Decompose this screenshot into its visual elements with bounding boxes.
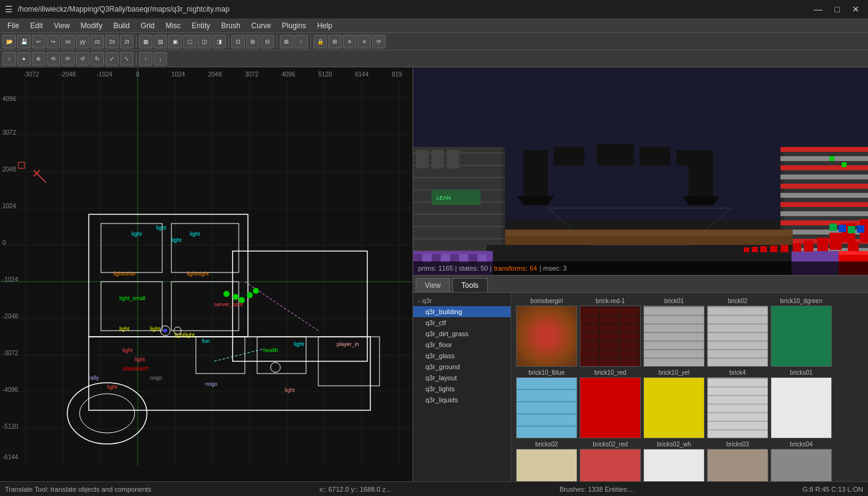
svg-rect-110 [447, 150, 459, 168]
toolbar-button-t7[interactable]: ⊡ [231, 35, 245, 48]
view-tab[interactable]: View [416, 278, 450, 292]
texture-item-brick10_red[interactable]: brick10_red [580, 369, 641, 438]
maximize-button[interactable]: □ [831, 3, 844, 15]
menu-item-grid[interactable]: Grid [136, 20, 160, 31]
toolbar-button-open[interactable]: 📂 [2, 35, 16, 48]
toolbar-button-2s[interactable]: 2s [105, 35, 119, 48]
texture-tree-item-q3r_floor[interactable]: q3r_floor [413, 339, 511, 350]
toolbar-button-r3[interactable]: ⊛ [32, 52, 45, 66]
texture-tree: - q3rq3r_buildingq3r_ctfq3r_dirt_grassq3… [413, 293, 511, 481]
texture-item-bricks04[interactable]: bricks04 [771, 441, 832, 481]
menu-item-curve[interactable]: Curve [247, 20, 276, 31]
menu-item-help[interactable]: Help [312, 20, 337, 31]
toolbar-button-t2[interactable]: ▤ [154, 35, 167, 48]
menu-item-edit[interactable]: Edit [25, 20, 48, 31]
toolbar-button-td[interactable]: ⊞ [328, 35, 342, 48]
toolbar-button-undo[interactable]: ↩ [32, 35, 45, 48]
svg-rect-117 [780, 184, 868, 189]
svg-text:4096: 4096 [282, 71, 296, 78]
menu-item-plugins[interactable]: Plugins [277, 20, 311, 31]
texture-item-bricks01[interactable]: bricks01 [771, 369, 832, 438]
toolbar-button-te[interactable]: ≡ [343, 35, 356, 48]
texture-tree-item-q3r_ground[interactable]: q3r_ground [413, 361, 511, 372]
toolbar-button-tg[interactable]: ⟳ [372, 35, 386, 48]
texture-tree-item-q3r_glass[interactable]: q3r_glass [413, 350, 511, 361]
svg-text:-6144: -6144 [2, 454, 18, 460]
toolbar-button-t6[interactable]: ◨ [212, 35, 226, 48]
toolbar-button-r9[interactable]: ⤡ [120, 52, 133, 66]
toolbar-row-2: ○●⊛⟲⟳↺↻⤢⤡↑↓ [0, 50, 868, 67]
minimize-button[interactable]: — [810, 3, 826, 15]
texture-item-bricks03[interactable]: bricks03 [707, 441, 768, 481]
toolbar-button-r7[interactable]: ↻ [91, 52, 104, 66]
toolbar-button-t4[interactable]: ▢ [183, 35, 196, 48]
texture-item-bricks02_red[interactable]: bricks02_red [580, 441, 641, 481]
svg-point-87 [163, 329, 167, 333]
svg-rect-166 [839, 225, 846, 232]
texture-item-bricks02[interactable]: bricks02 [516, 441, 577, 481]
toolbar-button-t9[interactable]: ⊟ [261, 35, 274, 48]
texture-item-brick10_yel[interactable]: brick10_yel [643, 369, 705, 438]
toolbar-button-redo[interactable]: ↪ [47, 35, 60, 48]
svg-rect-115 [780, 165, 868, 170]
toolbar-button-t5[interactable]: ◫ [198, 35, 211, 48]
svg-text:light: light [122, 347, 133, 353]
viewport-3d[interactable]: LEAN prims: 1165 | states: 50 | transfor… [413, 67, 868, 276]
map-canvas[interactable]: 4096 3072 2048 1024 0 -1024 -2048 -3072 … [0, 67, 413, 481]
menu-icon[interactable]: ☰ [5, 4, 13, 14]
toolbar-button-tc[interactable]: 🔒 [313, 35, 327, 48]
svg-text:-1024: -1024 [97, 71, 113, 78]
close-button[interactable]: ✕ [848, 3, 863, 15]
menu-item-view[interactable]: View [49, 20, 75, 31]
texture-item-brick10_dgreen[interactable]: brick10_dgreen [771, 298, 832, 367]
menu-item-entity[interactable]: Entity [187, 20, 215, 31]
toolbar-button-r8[interactable]: ⤢ [105, 52, 119, 66]
toolbar-button-r2[interactable]: ● [17, 52, 31, 66]
menu-item-file[interactable]: File [2, 20, 24, 31]
map-view[interactable]: 4096 3072 2048 1024 0 -1024 -2048 -3072 … [0, 67, 413, 481]
title-controls: — □ ✕ [810, 3, 863, 15]
svg-text:4096: 4096 [2, 96, 17, 102]
toolbar-button-r4[interactable]: ⟲ [47, 52, 60, 66]
texture-tree-item-q3r_dirt_grass[interactable]: q3r_dirt_grass [413, 328, 511, 339]
toolbar-button-r1[interactable]: ○ [2, 52, 16, 66]
toolbar-button-r6[interactable]: ↺ [76, 52, 89, 66]
toolbar-button-zz[interactable]: zz [91, 35, 104, 48]
texture-item-brick10_lblue[interactable]: brick10_lblue [516, 369, 577, 438]
toolbar-button-save[interactable]: 💾 [17, 35, 31, 48]
toolbar-button-ra[interactable]: ↑ [139, 52, 152, 66]
menu-item-modify[interactable]: Modify [76, 20, 107, 31]
texture-tree-item-q3r_building[interactable]: q3r_building [413, 306, 511, 317]
texture-tree-item-q3r_layout[interactable]: q3r_layout [413, 372, 511, 383]
toolbar-button-yy[interactable]: yy [76, 35, 89, 48]
menu-item-misc[interactable]: Misc [161, 20, 186, 31]
toolbar-button-t1[interactable]: ▦ [139, 35, 152, 48]
toolbar-button-t3[interactable]: ▣ [168, 35, 182, 48]
texture-item-brick4[interactable]: brick4 [707, 369, 768, 438]
texture-tree-item-q3r_ctf[interactable]: q3r_ctf [413, 317, 511, 328]
texture-item-brick01[interactable]: brick01 [643, 298, 705, 367]
toolbar-button-ta[interactable]: ⊠ [280, 35, 293, 48]
texture-item-brick-red-1[interactable]: brick-red-1 [580, 298, 641, 367]
menu-item-brush[interactable]: Brush [216, 20, 245, 31]
svg-text:light: light [294, 341, 304, 347]
texture-item-bricks02_wh[interactable]: bricks02_wh [643, 441, 705, 481]
svg-text:lightnight: lightnight [187, 271, 209, 277]
tools-tab[interactable]: Tools [452, 278, 488, 292]
texture-item-bomobergirl[interactable]: bomobergirl [516, 298, 577, 367]
texture-thumb-brick10_dgreen [771, 306, 832, 367]
texture-item-brick02[interactable]: brick02 [707, 298, 768, 367]
texture-tree-root[interactable]: - q3r [413, 295, 511, 306]
toolbar-button-tb[interactable]: ○ [294, 35, 308, 48]
texture-thumb-brick10_red [580, 377, 641, 438]
texture-tree-item-q3r_liquids[interactable]: q3r_liquids [413, 394, 511, 405]
menu-item-build[interactable]: Build [108, 20, 135, 31]
toolbar-button-tf[interactable]: ≡ [357, 35, 371, 48]
toolbar-button-r5[interactable]: ⟳ [61, 52, 75, 66]
texture-tree-item-q3r_lights[interactable]: q3r_lights [413, 383, 511, 394]
toolbar-button-2t[interactable]: 2t [120, 35, 133, 48]
toolbar-button-t8[interactable]: ⊞ [246, 35, 260, 48]
toolbar-button-xx[interactable]: xx [61, 35, 75, 48]
svg-rect-109 [432, 150, 444, 168]
toolbar-button-rb[interactable]: ↓ [154, 52, 167, 66]
